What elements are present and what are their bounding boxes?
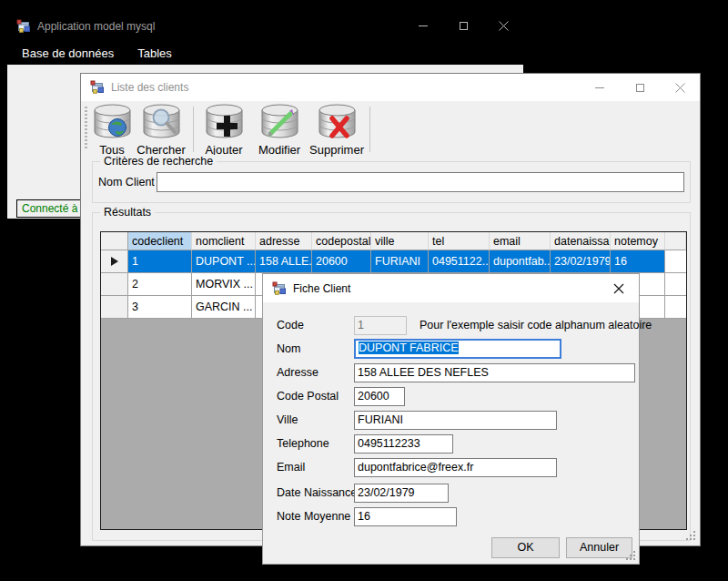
database-search-icon bbox=[140, 103, 183, 143]
column-header-codepostal[interactable]: codepostal bbox=[312, 232, 371, 250]
toolbar-button-modifier[interactable]: Modifier bbox=[256, 103, 303, 156]
column-header-adresse[interactable]: adresse bbox=[256, 232, 312, 250]
database-add-icon bbox=[203, 103, 246, 143]
code-postal-input[interactable]: 20600 bbox=[354, 387, 405, 406]
column-header-nomclient[interactable]: nomclient bbox=[192, 232, 256, 250]
column-header-filler bbox=[665, 232, 686, 250]
dialog-resize-grip[interactable] bbox=[625, 550, 636, 561]
current-row-arrow-icon bbox=[111, 257, 118, 266]
ville-label: Ville bbox=[277, 413, 298, 426]
grid-cell[interactable]: 3 bbox=[128, 296, 192, 319]
column-header-datenaissance[interactable]: datenaissance bbox=[551, 232, 611, 250]
minimize-icon bbox=[419, 25, 428, 26]
winforms-app-icon bbox=[16, 19, 31, 34]
grid-cell-filler bbox=[665, 273, 686, 296]
toolbar-button-tous[interactable]: Tous bbox=[90, 103, 134, 156]
note-moyenne-input[interactable]: 16 bbox=[354, 507, 457, 526]
email-label: Email bbox=[277, 461, 305, 474]
telephone-label: Telephone bbox=[277, 437, 329, 450]
toolbar-grip[interactable] bbox=[85, 107, 87, 148]
winforms-app-icon bbox=[90, 80, 105, 95]
liste-window-title: Liste des clients bbox=[111, 81, 188, 94]
toolbar-button-supprimer[interactable]: Supprimer bbox=[308, 103, 365, 156]
minimize-button[interactable] bbox=[580, 74, 620, 101]
dialog-titlebar[interactable]: Fiche Client bbox=[263, 274, 639, 302]
row-selector-header[interactable] bbox=[101, 232, 128, 250]
grid-cell[interactable]: GARCIN ... bbox=[192, 296, 256, 319]
maximize-icon bbox=[636, 84, 644, 92]
maximize-button[interactable] bbox=[443, 11, 483, 41]
database-globe-icon bbox=[91, 103, 134, 143]
ok-button[interactable]: OK bbox=[491, 537, 560, 558]
main-menubar: Base de données Tables bbox=[7, 41, 523, 65]
dialog-title: Fiche Client bbox=[293, 282, 350, 295]
grid-cell[interactable]: MORVIX ... bbox=[192, 273, 256, 296]
adresse-input[interactable]: 158 ALLEE DES NEFLES bbox=[354, 363, 635, 382]
note-moyenne-label: Note Moyenne bbox=[277, 510, 350, 523]
close-icon bbox=[613, 283, 624, 294]
maximize-icon bbox=[460, 22, 468, 30]
grid-cell[interactable]: 04951122... bbox=[429, 250, 490, 273]
code-label: Code bbox=[277, 319, 304, 331]
search-criteria-groupbox: Critères de recherche Nom Client bbox=[92, 161, 691, 203]
date-naissance-input[interactable]: 23/02/1979 bbox=[354, 484, 449, 503]
ville-input[interactable]: FURIANI bbox=[354, 411, 557, 430]
row-selector-cell[interactable] bbox=[101, 250, 128, 273]
grid-cell[interactable]: DUPONT ... bbox=[192, 250, 256, 273]
liste-window-titlebar[interactable]: Liste des clients bbox=[81, 74, 700, 101]
window-resize-grip[interactable] bbox=[685, 530, 696, 541]
column-header-codeclient[interactable]: codeclient bbox=[128, 232, 192, 250]
menu-item-base-de-donnees[interactable]: Base de données bbox=[13, 42, 123, 65]
minimize-button[interactable] bbox=[403, 11, 443, 41]
main-window-title: Application model mysql bbox=[37, 20, 155, 33]
close-button[interactable] bbox=[660, 74, 700, 101]
toolbar-button-chercher[interactable]: Chercher bbox=[137, 103, 185, 156]
toolbar-separator bbox=[193, 107, 194, 152]
grid-cell-filler bbox=[665, 250, 686, 273]
code-hint-label: Pour l'exemple saisir code alphanum alea… bbox=[420, 319, 652, 331]
nom-client-input[interactable] bbox=[157, 172, 684, 192]
winforms-app-icon bbox=[272, 281, 287, 296]
close-icon bbox=[675, 83, 685, 93]
connection-status-label: Connecté à bbox=[16, 199, 83, 218]
toolbar-button-ajouter[interactable]: Ajouter bbox=[201, 103, 247, 156]
main-window-titlebar[interactable]: Application model mysql bbox=[7, 11, 523, 41]
date-naissance-label: Date Naissance bbox=[277, 486, 357, 499]
close-icon bbox=[499, 21, 509, 31]
search-groupbox-title: Critères de recherche bbox=[100, 155, 217, 168]
grid-cell[interactable]: FURIANI bbox=[371, 250, 429, 273]
nom-client-label: Nom Client bbox=[98, 176, 155, 189]
grid-cell[interactable]: 1 bbox=[128, 250, 192, 273]
grid-cell[interactable]: 158 ALLE... bbox=[256, 250, 312, 273]
grid-cell[interactable]: 20600 bbox=[312, 250, 371, 273]
cancel-button[interactable]: Annuler bbox=[566, 537, 632, 558]
code-postal-label: Code Postal bbox=[277, 390, 339, 403]
maximize-button[interactable] bbox=[620, 74, 660, 101]
toolbar-separator bbox=[369, 107, 370, 152]
nom-input[interactable]: DUPONT FABRICE bbox=[354, 339, 561, 359]
grid-header-row: codeclient nomclient adresse codepostal … bbox=[101, 232, 686, 250]
grid-cell[interactable]: 2 bbox=[128, 273, 192, 296]
fiche-client-dialog: Fiche Client Code 1 Pour l'exemple saisi… bbox=[262, 273, 640, 565]
grid-row-1[interactable]: 1 DUPONT ... 158 ALLE... 20600 FURIANI 0… bbox=[101, 250, 686, 273]
row-selector-cell[interactable] bbox=[101, 273, 128, 296]
column-header-email[interactable]: email bbox=[490, 232, 551, 250]
column-header-notemoy[interactable]: notemoy bbox=[611, 232, 665, 250]
code-input: 1 bbox=[354, 316, 407, 335]
telephone-input[interactable]: 0495112233 bbox=[354, 434, 453, 454]
toolbar: Tous Chercher bbox=[81, 101, 700, 158]
grid-cell[interactable]: 23/02/1979 bbox=[551, 250, 611, 273]
column-header-ville[interactable]: ville bbox=[371, 232, 429, 250]
close-button[interactable] bbox=[599, 274, 639, 302]
menu-item-tables[interactable]: Tables bbox=[128, 42, 181, 65]
row-selector-cell[interactable] bbox=[101, 296, 128, 319]
close-button[interactable] bbox=[483, 11, 523, 41]
minimize-icon bbox=[595, 87, 604, 88]
desktop: Application model mysql Base de données … bbox=[0, 0, 728, 581]
toolbar-button-label: Modifier bbox=[258, 143, 300, 157]
results-groupbox-title: Résultats bbox=[100, 206, 155, 219]
email-input[interactable]: dupontfabrice@freex.fr bbox=[354, 458, 557, 477]
grid-cell[interactable]: dupontfab... bbox=[490, 250, 551, 273]
grid-cell[interactable]: 16 bbox=[611, 250, 665, 273]
column-header-tel[interactable]: tel bbox=[429, 232, 490, 250]
